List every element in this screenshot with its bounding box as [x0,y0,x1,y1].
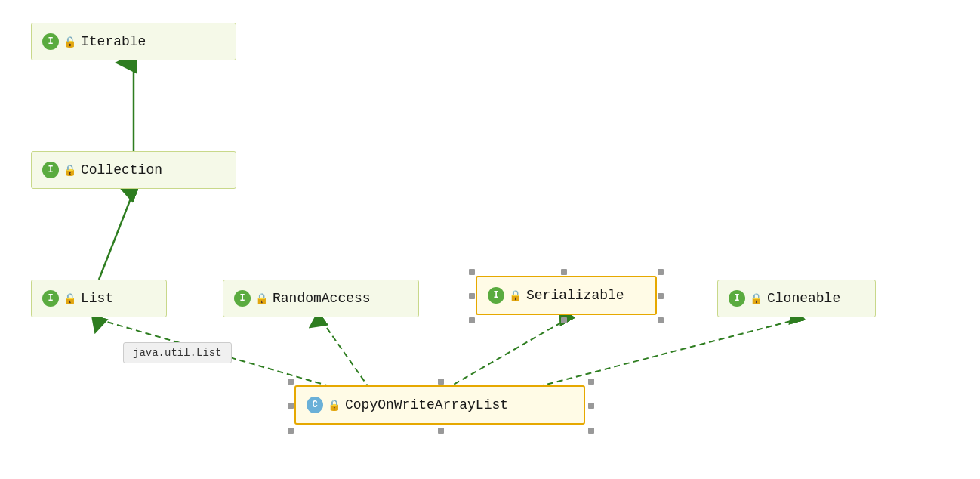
interface-badge-randomaccess: I [234,290,251,307]
interface-badge-list: I [42,290,59,307]
interface-badge-collection: I [42,162,59,178]
handle-cow-br [588,428,594,434]
lock-icon-iterable: 🔒 [63,36,76,48]
handle-tr [658,269,664,275]
handle-cow-bl [288,428,294,434]
svg-line-6 [445,320,566,389]
handle-bm [561,317,567,323]
iterable-node[interactable]: I 🔒 Iterable [31,23,236,60]
handle-tm [561,269,567,275]
iterable-label: Iterable [81,34,146,49]
handle-tl [469,269,475,275]
handle-cow-tm [438,379,444,385]
lock-icon-copyonwritearraylist: 🔒 [328,399,341,412]
randomaccess-node[interactable]: I 🔒 RandomAccess [223,280,419,317]
class-badge-copyonwritearraylist: C [307,397,323,413]
cloneable-node[interactable]: I 🔒 Cloneable [717,280,876,317]
tooltip-java-util-list: java.util.List [123,342,232,363]
collection-label: Collection [81,162,162,178]
handle-ml [469,293,475,299]
lock-icon-randomaccess: 🔒 [255,292,268,305]
handle-cow-tl [288,379,294,385]
lock-icon-serializable: 🔒 [509,289,522,302]
list-node[interactable]: I 🔒 List [31,280,167,317]
svg-line-5 [321,320,370,389]
svg-line-7 [529,320,797,389]
handle-cow-mr [588,403,594,409]
cloneable-label: Cloneable [767,291,840,306]
handle-cow-tr [588,379,594,385]
handle-bl [469,317,475,323]
copyonwritearraylist-node[interactable]: C 🔒 CopyOnWriteArrayList [294,385,585,425]
tooltip-label: java.util.List [133,347,222,359]
lock-icon-cloneable: 🔒 [750,292,763,305]
handle-mr [658,293,664,299]
handle-br [658,317,664,323]
lock-icon-collection: 🔒 [63,164,76,177]
handle-cow-ml [288,403,294,409]
svg-line-3 [99,191,134,280]
interface-badge-serializable: I [488,287,504,304]
collection-node[interactable]: I 🔒 Collection [31,151,236,189]
interface-badge-iterable: I [42,33,59,50]
handle-cow-bm [438,428,444,434]
list-label: List [81,291,113,306]
serializable-label: Serializable [526,288,624,303]
interface-badge-cloneable: I [729,290,745,307]
copyonwritearraylist-label: CopyOnWriteArrayList [345,397,508,413]
randomaccess-label: RandomAccess [273,291,371,306]
lock-icon-list: 🔒 [63,292,76,305]
serializable-node[interactable]: I 🔒 Serializable [476,276,657,315]
